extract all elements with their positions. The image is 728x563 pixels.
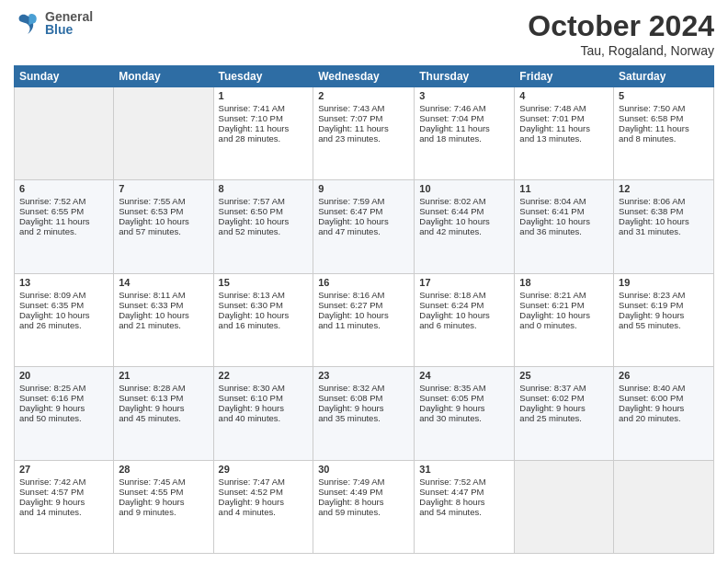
cell-content-line: Daylight: 8 hours bbox=[318, 497, 409, 507]
cell-content-line: and 26 minutes. bbox=[19, 320, 108, 330]
day-number: 19 bbox=[619, 277, 709, 288]
calendar-cell bbox=[614, 460, 714, 553]
day-number: 27 bbox=[19, 464, 108, 475]
cell-content-line: Sunset: 6:50 PM bbox=[219, 206, 309, 216]
cell-content-line: Sunrise: 8:30 AM bbox=[219, 383, 309, 393]
logo-blue-text: Blue bbox=[45, 23, 93, 36]
calendar-cell bbox=[515, 460, 614, 553]
location-title: Tau, Rogaland, Norway bbox=[528, 43, 714, 58]
logo: General Blue bbox=[14, 9, 93, 37]
cell-content-line: Sunset: 7:04 PM bbox=[419, 113, 509, 123]
day-header-friday: Friday bbox=[515, 66, 614, 87]
cell-content-line: Daylight: 9 hours bbox=[219, 403, 309, 413]
cell-content-line: and 59 minutes. bbox=[318, 507, 409, 517]
cell-content-line: Sunset: 6:24 PM bbox=[419, 300, 509, 310]
cell-content-line: and 14 minutes. bbox=[19, 507, 108, 517]
cell-content-line: Sunset: 6:21 PM bbox=[519, 300, 609, 310]
cell-content-line: Daylight: 9 hours bbox=[419, 403, 509, 413]
day-header-tuesday: Tuesday bbox=[213, 66, 313, 87]
calendar-cell: 27Sunrise: 7:42 AMSunset: 4:57 PMDayligh… bbox=[15, 460, 114, 553]
day-header-saturday: Saturday bbox=[614, 66, 714, 87]
month-title: October 2024 bbox=[528, 9, 714, 43]
cell-content-line: and 4 minutes. bbox=[219, 507, 309, 517]
cell-content-line: Daylight: 10 hours bbox=[119, 216, 208, 226]
cell-content-line: Daylight: 11 hours bbox=[318, 123, 409, 133]
day-number: 31 bbox=[419, 464, 509, 475]
header: General Blue October 2024 Tau, Rogaland,… bbox=[14, 9, 714, 58]
cell-content-line: Sunrise: 7:55 AM bbox=[119, 196, 208, 206]
cell-content-line: Sunrise: 7:49 AM bbox=[318, 477, 409, 487]
calendar-cell: 13Sunrise: 8:09 AMSunset: 6:35 PMDayligh… bbox=[15, 273, 114, 366]
calendar-cell: 12Sunrise: 8:06 AMSunset: 6:38 PMDayligh… bbox=[614, 180, 714, 273]
calendar-cell bbox=[114, 87, 213, 180]
day-number: 5 bbox=[619, 90, 709, 101]
cell-content-line: Daylight: 8 hours bbox=[419, 497, 509, 507]
calendar-cell: 30Sunrise: 7:49 AMSunset: 4:49 PMDayligh… bbox=[313, 460, 415, 553]
day-number: 8 bbox=[219, 183, 309, 194]
day-number: 21 bbox=[119, 370, 208, 381]
cell-content-line: Daylight: 9 hours bbox=[119, 403, 208, 413]
day-number: 26 bbox=[619, 370, 709, 381]
cell-content-line: and 36 minutes. bbox=[519, 226, 609, 236]
calendar-cell: 23Sunrise: 8:32 AMSunset: 6:08 PMDayligh… bbox=[313, 367, 415, 460]
day-number: 10 bbox=[419, 183, 509, 194]
cell-content-line: Daylight: 9 hours bbox=[619, 403, 709, 413]
day-number: 20 bbox=[19, 370, 108, 381]
cell-content-line: Sunset: 6:08 PM bbox=[318, 393, 409, 403]
calendar-cell: 20Sunrise: 8:25 AMSunset: 6:16 PMDayligh… bbox=[15, 367, 114, 460]
cell-content-line: Sunset: 6:16 PM bbox=[19, 393, 108, 403]
cell-content-line: Daylight: 11 hours bbox=[519, 123, 609, 133]
cell-content-line: Sunrise: 8:09 AM bbox=[19, 290, 108, 300]
cell-content-line: and 25 minutes. bbox=[519, 413, 609, 423]
cell-content-line: Sunrise: 7:47 AM bbox=[219, 477, 309, 487]
cell-content-line: and 20 minutes. bbox=[619, 413, 709, 423]
calendar-cell: 17Sunrise: 8:18 AMSunset: 6:24 PMDayligh… bbox=[415, 273, 515, 366]
calendar-cell: 6Sunrise: 7:52 AMSunset: 6:55 PMDaylight… bbox=[15, 180, 114, 273]
week-row-0: 1Sunrise: 7:41 AMSunset: 7:10 PMDaylight… bbox=[15, 87, 714, 180]
cell-content-line: Sunset: 6:35 PM bbox=[19, 300, 108, 310]
day-number: 11 bbox=[519, 183, 609, 194]
logo-general-text: General bbox=[45, 10, 93, 23]
cell-content-line: Sunrise: 8:32 AM bbox=[318, 383, 409, 393]
cell-content-line: Sunset: 4:52 PM bbox=[219, 487, 309, 497]
cell-content-line: Daylight: 10 hours bbox=[419, 216, 509, 226]
day-number: 29 bbox=[219, 464, 309, 475]
calendar-cell: 4Sunrise: 7:48 AMSunset: 7:01 PMDaylight… bbox=[515, 87, 614, 180]
cell-content-line: and 21 minutes. bbox=[119, 320, 208, 330]
cell-content-line: Sunset: 6:10 PM bbox=[219, 393, 309, 403]
calendar-cell: 31Sunrise: 7:52 AMSunset: 4:47 PMDayligh… bbox=[415, 460, 515, 553]
day-number: 3 bbox=[419, 90, 509, 101]
cell-content-line: Sunrise: 7:52 AM bbox=[419, 477, 509, 487]
cell-content-line: Sunrise: 7:59 AM bbox=[318, 196, 409, 206]
cell-content-line: Daylight: 10 hours bbox=[318, 310, 409, 320]
calendar-cell: 22Sunrise: 8:30 AMSunset: 6:10 PMDayligh… bbox=[213, 367, 313, 460]
day-number: 30 bbox=[318, 464, 409, 475]
cell-content-line: Sunrise: 8:06 AM bbox=[619, 196, 709, 206]
cell-content-line: Daylight: 11 hours bbox=[619, 123, 709, 133]
day-number: 2 bbox=[318, 90, 409, 101]
title-block: October 2024 Tau, Rogaland, Norway bbox=[528, 9, 714, 58]
cell-content-line: and 45 minutes. bbox=[119, 413, 208, 423]
calendar-cell: 21Sunrise: 8:28 AMSunset: 6:13 PMDayligh… bbox=[114, 367, 213, 460]
day-number: 28 bbox=[119, 464, 208, 475]
cell-content-line: Sunrise: 7:50 AM bbox=[619, 103, 709, 113]
cell-content-line: Sunset: 6:53 PM bbox=[119, 206, 208, 216]
cell-content-line: Daylight: 11 hours bbox=[19, 216, 108, 226]
cell-content-line: and 6 minutes. bbox=[419, 320, 509, 330]
cell-content-line: Sunrise: 7:52 AM bbox=[19, 196, 108, 206]
calendar-cell: 1Sunrise: 7:41 AMSunset: 7:10 PMDaylight… bbox=[213, 87, 313, 180]
calendar-cell: 26Sunrise: 8:40 AMSunset: 6:00 PMDayligh… bbox=[614, 367, 714, 460]
cell-content-line: Sunrise: 8:37 AM bbox=[519, 383, 609, 393]
day-header-thursday: Thursday bbox=[415, 66, 515, 87]
cell-content-line: and 50 minutes. bbox=[19, 413, 108, 423]
cell-content-line: Sunrise: 7:45 AM bbox=[119, 477, 208, 487]
day-number: 17 bbox=[419, 277, 509, 288]
calendar-cell: 24Sunrise: 8:35 AMSunset: 6:05 PMDayligh… bbox=[415, 367, 515, 460]
calendar-cell: 3Sunrise: 7:46 AMSunset: 7:04 PMDaylight… bbox=[415, 87, 515, 180]
cell-content-line: Daylight: 10 hours bbox=[19, 310, 108, 320]
cell-content-line: Sunrise: 8:13 AM bbox=[219, 290, 309, 300]
day-number: 13 bbox=[19, 277, 108, 288]
cell-content-line: Daylight: 9 hours bbox=[19, 497, 108, 507]
cell-content-line: Sunrise: 8:02 AM bbox=[419, 196, 509, 206]
calendar-table: SundayMondayTuesdayWednesdayThursdayFrid… bbox=[14, 65, 714, 554]
